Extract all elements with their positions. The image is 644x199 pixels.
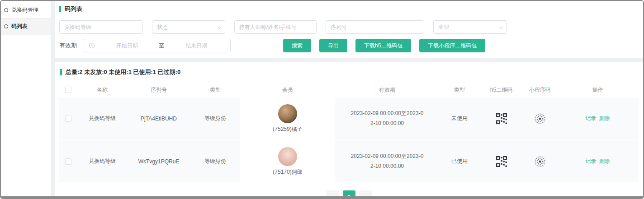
chevron-down-icon — [499, 24, 503, 29]
header-mini-qr: 小程序码 — [523, 86, 557, 94]
header-name: 名称 — [77, 86, 127, 94]
table-header-row: 名称 序列号 类型 会员 有效期 类型 h5二维码 小程序码 操作 — [59, 82, 639, 97]
pagination: ‹ 1 › — [59, 183, 639, 199]
cell-serial: PjTA4EtiBUHD — [127, 97, 190, 139]
h5-qr-code-icon[interactable] — [496, 113, 507, 124]
record-link[interactable]: 记录 — [586, 157, 597, 165]
row-checkbox[interactable] — [65, 158, 71, 165]
serial-input[interactable] — [326, 20, 424, 34]
start-date-placeholder: 开始日期 — [98, 42, 156, 50]
chevron-down-icon — [217, 24, 222, 29]
panel-title-row: 码列表 — [58, 4, 639, 16]
download-h5-qr-button[interactable]: 下载h5二维码包 — [355, 39, 411, 52]
validity-label: 有效期 — [59, 42, 77, 50]
code-level-input[interactable] — [59, 20, 143, 34]
cell-validity: 2023-02-09 00:00:00至2023-02-10 00:00:00 — [335, 140, 439, 182]
header-member: 会员 — [240, 86, 335, 94]
clock-icon — [89, 42, 95, 49]
holder-input[interactable] — [234, 20, 317, 34]
h5-qr-code-icon[interactable] — [496, 156, 507, 167]
cell-actions: 记录 删除 — [557, 140, 639, 182]
header-validity: 有效期 — [335, 86, 439, 94]
sidebar-item-label: 兑换码管理 — [11, 6, 38, 14]
header-serial: 序列号 — [127, 86, 190, 94]
cell-actions: 记录 删除 — [557, 97, 639, 139]
miniprogram-code-icon[interactable] — [534, 156, 546, 167]
sidebar: 兑换码管理 码列表 — [1, 1, 51, 196]
select-all-checkbox[interactable] — [65, 87, 71, 93]
cell-serial: WsTvgy1PQRuE — [127, 140, 190, 182]
export-button[interactable]: 导出 — [319, 39, 347, 52]
app-window: 兑换码管理 码列表 码列表 状态 类型 — [0, 0, 644, 199]
cell-type: 等级身份 — [190, 97, 240, 139]
summary-row: 总量:2 未发放:0 未使用:1 已使用:1 已过期:0 — [60, 68, 639, 76]
header-actions: 操作 — [557, 86, 639, 94]
date-range-picker[interactable]: 开始日期 至 结束日期 — [84, 39, 231, 52]
search-button[interactable]: 搜索 — [283, 39, 311, 52]
circle-bullet-icon — [4, 24, 8, 28]
cell-status: 未使用 — [439, 97, 480, 139]
status-select[interactable]: 状态 — [152, 20, 225, 34]
delete-link[interactable]: 删除 — [599, 115, 610, 122]
type-select-placeholder: 类型 — [438, 23, 449, 31]
table-row: 兑换码等级 WsTvgy1PQRuE 等级身份 (75170)阿部 2023-0… — [59, 140, 639, 183]
member-name: (75170)阿部 — [273, 168, 302, 176]
filter-buttons: 搜索 导出 下载h5二维码包 下载小程序二维码包 — [283, 39, 485, 52]
type-select[interactable]: 类型 — [433, 20, 507, 34]
table-panel: 总量:2 未发放:0 未使用:1 已使用:1 已过期:0 名称 序列号 类型 会… — [55, 62, 643, 199]
member-name: (75259)橘子 — [273, 125, 302, 133]
section-divider — [55, 58, 643, 62]
main-content: 码列表 状态 类型 有效期 — [55, 1, 643, 196]
summary-accent-bar — [60, 69, 62, 75]
cell-status: 已使用 — [439, 140, 480, 182]
header-h5-qr: h5二维码 — [480, 86, 523, 94]
record-link[interactable]: 记录 — [586, 115, 597, 122]
cell-validity: 2023-02-09 00:00:00至2023-02-10 00:00:00 — [335, 97, 439, 139]
cell-type: 等级身份 — [190, 140, 240, 182]
circle-bullet-icon — [4, 8, 8, 12]
cell-member: (75259)橘子 — [240, 97, 335, 139]
page-title: 码列表 — [65, 5, 82, 13]
miniprogram-code-icon[interactable] — [534, 113, 546, 125]
delete-link[interactable]: 删除 — [599, 157, 610, 165]
filter-row-1: 状态 类型 — [59, 20, 639, 34]
sidebar-item-code-list[interactable]: 码列表 — [1, 19, 51, 35]
download-miniprogram-qr-button[interactable]: 下载小程序二维码包 — [419, 39, 485, 52]
prev-page-button[interactable]: ‹ — [327, 190, 339, 199]
avatar — [278, 147, 297, 166]
end-date-placeholder: 结束日期 — [167, 42, 226, 50]
sidebar-item-label: 码列表 — [11, 23, 28, 30]
avatar — [278, 104, 297, 123]
summary-stats: 总量:2 未发放:0 未使用:1 已使用:1 已过期:0 — [66, 68, 180, 76]
title-accent-bar — [59, 6, 61, 12]
next-page-button[interactable]: › — [359, 190, 372, 199]
cell-name: 兑换码等级 — [77, 140, 127, 182]
table-row: 兑换码等级 PjTA4EtiBUHD 等级身份 (75259)橘子 2023-0… — [59, 97, 639, 140]
header-type: 类型 — [190, 86, 240, 94]
filter-row-2: 有效期 开始日期 至 结束日期 搜索 导出 下载h5二维码包 下载小程序二维码包 — [59, 39, 639, 52]
cell-member: (75170)阿部 — [240, 140, 335, 182]
row-checkbox[interactable] — [65, 116, 71, 122]
current-page-button[interactable]: 1 — [343, 190, 355, 199]
cell-name: 兑换码等级 — [77, 97, 127, 139]
codes-table: 名称 序列号 类型 会员 有效期 类型 h5二维码 小程序码 操作 兑换码等级 … — [59, 82, 639, 183]
filter-panel: 码列表 状态 类型 有效期 — [55, 1, 643, 58]
sidebar-item-code-management[interactable]: 兑换码管理 — [1, 2, 51, 19]
sidebar-divider — [51, 1, 55, 196]
header-status: 类型 — [439, 86, 480, 94]
status-select-placeholder: 状态 — [157, 23, 168, 31]
date-range-separator: 至 — [159, 42, 165, 50]
